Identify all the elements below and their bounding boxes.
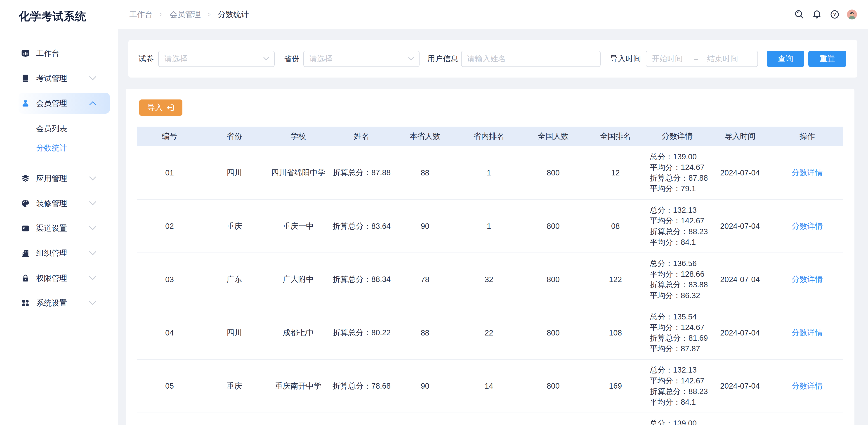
cell-national-rank: 169 — [585, 359, 646, 413]
cell-name: 折算总分：87.88 — [330, 146, 394, 200]
column-header: 学校 — [267, 127, 330, 146]
cell-score-detail: 总分：132.13平均分：142.67折算总分：88.23平均分：84.1 — [646, 200, 708, 253]
breadcrumb-separator: > — [208, 11, 211, 18]
sidebar-item-8[interactable]: 系统设置 — [0, 291, 118, 315]
cell-name: 折算总分：83.64 — [330, 200, 394, 253]
breadcrumb-item-0[interactable]: 工作台 — [129, 9, 153, 20]
score-detail-link[interactable]: 分数详情 — [792, 275, 823, 283]
sidebar-item-3[interactable]: 应用管理 — [0, 166, 118, 191]
score-detail-link[interactable]: 分数详情 — [792, 222, 823, 230]
cell-action: 分数详情 — [772, 253, 843, 306]
cell-national-count: 800 — [521, 146, 585, 200]
score-line: 平均分：124.67 — [650, 322, 709, 333]
sidebar-item-label: 系统设置 — [36, 298, 67, 308]
score-detail-link[interactable]: 分数详情 — [792, 382, 823, 390]
sidebar-item-4[interactable]: 装修管理 — [0, 191, 118, 216]
sidebar-item-1[interactable]: 考试管理 — [0, 66, 118, 91]
score-line: 总分：135.54 — [650, 311, 709, 322]
palette-icon — [21, 199, 30, 208]
cell-province-rank: 1 — [457, 200, 522, 253]
sidebar-subitem-分数统计[interactable]: 分数统计 — [0, 138, 118, 158]
sidebar-item-label: 考试管理 — [36, 73, 67, 84]
cell-province — [202, 413, 267, 425]
cell-province-count: 90 — [394, 200, 457, 253]
cell-national-rank — [585, 413, 646, 425]
import-button[interactable]: 导入 — [139, 99, 182, 116]
reset-button[interactable]: 重置 — [808, 51, 846, 67]
score-line: 平均分：84.1 — [650, 237, 709, 247]
cell-province-rank: 22 — [457, 306, 522, 359]
table-row: 01四川四川省绵阳中学折算总分：87.8888180012总分：139.00平均… — [137, 146, 843, 200]
date-range-input[interactable]: 开始时间 – 结束时间 — [646, 51, 758, 67]
cell-import-time — [708, 413, 772, 425]
workbench-icon — [21, 49, 30, 58]
header-icons: ? — [786, 0, 857, 29]
sidebar-item-2[interactable]: 会员管理 — [0, 91, 118, 116]
cell-province: 四川 — [202, 146, 267, 200]
breadcrumb-item-2: 分数统计 — [218, 9, 249, 20]
sidebar-item-label: 组织管理 — [36, 248, 67, 259]
paper-select[interactable]: 请选择 — [158, 51, 274, 67]
cell-province-count: 90 — [394, 359, 457, 413]
sidebar-item-5[interactable]: 渠道设置 — [0, 216, 118, 241]
cell-province: 广东 — [202, 253, 267, 306]
breadcrumb-separator: > — [160, 11, 162, 18]
sidebar: 化学考试系统 工作台考试管理会员管理会员列表分数统计应用管理装修管理渠道设置组织… — [0, 0, 118, 425]
cell-import-time: 2024-07-04 — [708, 306, 772, 359]
help-icon[interactable]: ? — [830, 10, 839, 19]
app-logo: 化学考试系统 — [19, 9, 86, 24]
cell-id: 06 — [137, 413, 202, 425]
sidebar-subitem-会员列表[interactable]: 会员列表 — [0, 119, 118, 139]
sidebar-item-0[interactable]: 工作台 — [0, 41, 118, 66]
score-line: 折算总分：81.69 — [650, 333, 709, 343]
chevron-down-icon — [89, 176, 96, 181]
sidebar-item-6[interactable]: 组织管理 — [0, 241, 118, 266]
header: 工作台>会员管理>分数统计 ? — [118, 0, 868, 29]
cell-province-count: 88 — [394, 146, 457, 200]
cell-national-count — [521, 413, 585, 425]
table-wrap: 编号省份学校姓名本省人数省内排名全国人数全国排名分数详情导入时间操作 01四川四… — [137, 127, 843, 425]
score-detail-link[interactable]: 分数详情 — [792, 168, 823, 177]
column-header: 导入时间 — [708, 127, 772, 146]
score-line: 平均分：79.1 — [650, 183, 709, 194]
avatar[interactable] — [847, 9, 857, 20]
cell-province-rank: 1 — [457, 146, 522, 200]
import-icon — [166, 103, 175, 112]
lock-icon — [21, 274, 30, 282]
chevron-down-icon — [89, 251, 96, 256]
breadcrumb-item-1[interactable]: 会员管理 — [170, 9, 201, 20]
cell-name: 折算总分：88.34 — [330, 253, 394, 306]
column-header: 操作 — [772, 127, 843, 146]
cell-school: 重庆一中 — [267, 200, 330, 253]
cell-score-detail: 总分：136.56平均分：128.66折算总分：83.88平均分：86.32 — [646, 253, 708, 306]
member-icon — [21, 99, 30, 108]
cell-national-count: 800 — [521, 359, 585, 413]
grid-icon — [21, 299, 30, 307]
cell-action: 分数详情 — [772, 306, 843, 359]
search-icon[interactable] — [795, 10, 804, 19]
score-line: 平均分：142.67 — [650, 375, 709, 386]
score-line: 平均分：128.66 — [650, 269, 709, 279]
cell-national-rank: 08 — [585, 200, 646, 253]
column-header: 编号 — [137, 127, 202, 146]
cell-action: 分数详情 — [772, 146, 843, 200]
paper-label: 试卷 — [138, 51, 154, 67]
cell-score-detail: 总分：135.54平均分：124.67折算总分：81.69平均分：87.87 — [646, 306, 708, 359]
score-line: 平均分：124.67 — [650, 162, 709, 173]
column-header: 全国排名 — [585, 127, 646, 146]
score-detail-link[interactable]: 分数详情 — [792, 328, 823, 337]
cell-import-time: 2024-07-04 — [708, 359, 772, 413]
table-row: 06总分：139.00平均分：124.67折算总分：87.88平均分：79.1分… — [137, 413, 843, 425]
user-name-input[interactable]: 请输入姓名 — [461, 51, 600, 67]
chevron-down-icon — [89, 276, 96, 280]
sidebar-item-7[interactable]: 权限管理 — [0, 266, 118, 291]
score-line: 总分：139.00 — [650, 151, 709, 162]
sidebar-item-label: 装修管理 — [36, 198, 67, 209]
search-button[interactable]: 查询 — [767, 51, 804, 67]
province-select[interactable]: 请选择 — [303, 51, 420, 67]
cell-import-time: 2024-07-04 — [708, 253, 772, 306]
chevron-down-icon — [89, 76, 96, 81]
cell-import-time: 2024-07-04 — [708, 146, 772, 200]
breadcrumb: 工作台>会员管理>分数统计 — [129, 0, 249, 29]
bell-icon[interactable] — [812, 10, 822, 19]
